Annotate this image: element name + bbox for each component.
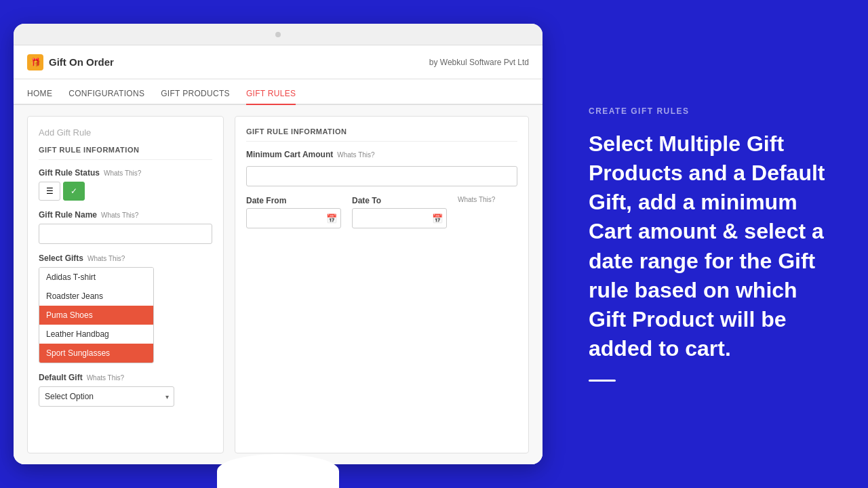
date-from-label: Date From xyxy=(246,196,341,205)
create-gift-heading: CREATE GIFT RULES xyxy=(589,106,835,116)
select-gifts-group: Select Gifts Whats This? Adidas T-shirt … xyxy=(39,253,212,363)
app-header: 🎁 Gift On Order by Webkul Software Pvt L… xyxy=(14,45,542,79)
date-to-field: Date To 📅 xyxy=(352,196,447,228)
gift-rule-status-group: Gift Rule Status Whats This? ☰ ✓ xyxy=(39,168,212,201)
browser-indicator xyxy=(275,32,281,37)
date-from-wrapper: 📅 xyxy=(246,208,341,228)
app-name: Gift On Order xyxy=(49,56,114,68)
date-range-row: Date From 📅 Date To 📅 xyxy=(246,196,517,228)
date-whats-this[interactable]: Whats This? xyxy=(458,196,495,203)
gift-item-roadster[interactable]: Roadster Jeans xyxy=(39,287,153,306)
min-cart-group: Minimum Cart Amount Whats This? xyxy=(246,150,517,186)
breadcrumb: Add Gift Rule xyxy=(39,127,212,138)
toggle-check-btn[interactable]: ✓ xyxy=(63,182,85,201)
date-to-wrapper: 📅 xyxy=(352,208,447,228)
gift-rule-name-label: Gift Rule Name Whats This? xyxy=(39,210,212,220)
toggle-group: ☰ ✓ xyxy=(39,182,212,201)
section-title-left: GIFT RULE INFORMATION xyxy=(39,146,212,160)
default-gift-group: Default Gift Whats This? Select Option A… xyxy=(39,373,212,407)
content-wrapper: Add Gift Rule GIFT RULE INFORMATION Gift… xyxy=(14,105,542,464)
info-description: Select Multiple Gift Products and a Defa… xyxy=(589,129,835,364)
toggle-check-icon: ✓ xyxy=(71,186,77,196)
app-main: Add Gift Rule GIFT RULE INFORMATION Gift… xyxy=(14,105,542,464)
gift-rule-name-input[interactable] xyxy=(39,224,212,244)
default-gift-select[interactable]: Select Option Adidas T-shirt Puma Shoes … xyxy=(39,386,174,407)
gifts-whats-this[interactable]: Whats This? xyxy=(87,255,125,262)
nav-configurations[interactable]: CONFIGURATIONS xyxy=(68,89,144,104)
nav-gift-products[interactable]: GIFT PRODUCTS xyxy=(161,89,230,104)
default-gift-label: Default Gift Whats This? xyxy=(39,373,212,382)
min-cart-whats-this[interactable]: Whats This? xyxy=(337,151,374,159)
app-nav: HOME CONFIGURATIONS GIFT PRODUCTS GIFT R… xyxy=(14,79,542,105)
toggle-list-btn[interactable]: ☰ xyxy=(39,182,60,201)
section-title-right: GIFT RULE INFORMATION xyxy=(246,127,517,142)
right-panel: CREATE GIFT RULES Select Multiple Gift P… xyxy=(556,0,868,488)
date-from-input[interactable] xyxy=(246,208,341,228)
app-logo: 🎁 Gift On Order xyxy=(27,54,114,70)
date-to-label: Date To xyxy=(352,196,447,205)
name-whats-this[interactable]: Whats This? xyxy=(101,211,138,219)
min-cart-label: Minimum Cart Amount Whats This? xyxy=(246,150,517,159)
left-panel: 🎁 Gift On Order by Webkul Software Pvt L… xyxy=(0,0,556,488)
min-cart-input[interactable] xyxy=(246,166,517,186)
gift-item-sport[interactable]: Sport Sunglasses xyxy=(39,344,153,363)
right-form-panel: GIFT RULE INFORMATION Minimum Cart Amoun… xyxy=(235,116,529,453)
nav-home[interactable]: HOME xyxy=(27,89,52,104)
left-form-panel: Add Gift Rule GIFT RULE INFORMATION Gift… xyxy=(27,116,224,453)
logo-icon: 🎁 xyxy=(27,54,43,70)
date-to-input[interactable] xyxy=(352,208,447,228)
gifts-select-list: Adidas T-shirt Roadster Jeans Puma Shoes… xyxy=(39,267,154,363)
default-gift-select-wrapper: Select Option Adidas T-shirt Puma Shoes … xyxy=(39,386,174,407)
nav-gift-rules[interactable]: GIFT RULES xyxy=(246,89,296,105)
gift-rule-status-label: Gift Rule Status Whats This? xyxy=(39,168,212,178)
header-byline: by Webkul Software Pvt Ltd xyxy=(429,58,529,67)
bottom-curve-decoration xyxy=(217,454,339,488)
select-gifts-label: Select Gifts Whats This? xyxy=(39,253,212,263)
gift-item-adidas[interactable]: Adidas T-shirt xyxy=(39,268,153,287)
divider-line xyxy=(589,380,616,382)
gift-item-leather[interactable]: Leather Handbag xyxy=(39,325,153,344)
default-gift-whats-this[interactable]: Whats This? xyxy=(87,374,124,382)
gift-rule-name-group: Gift Rule Name Whats This? xyxy=(39,210,212,244)
status-whats-this[interactable]: Whats This? xyxy=(104,169,141,177)
browser-topbar xyxy=(14,24,542,45)
date-from-field: Date From 📅 xyxy=(246,196,341,228)
gift-item-puma[interactable]: Puma Shoes xyxy=(39,306,153,325)
toggle-list-icon: ☰ xyxy=(46,186,54,196)
app-container: 🎁 Gift On Order by Webkul Software Pvt L… xyxy=(14,45,542,464)
browser-card: 🎁 Gift On Order by Webkul Software Pvt L… xyxy=(14,24,542,464)
